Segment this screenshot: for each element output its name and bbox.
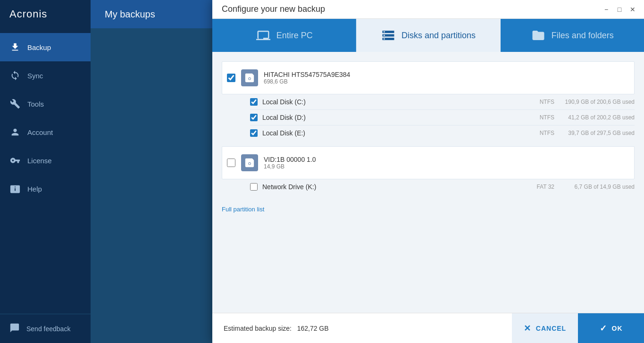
svg-rect-1 [246, 75, 253, 76]
partition-k-used: 6,7 GB of 14,9 GB used [559, 184, 635, 190]
main-title: My backups [105, 9, 155, 20]
partition-c-checkbox[interactable] [250, 98, 258, 106]
dialog-footer: Estimated backup size: 162,72 GB ✕ CANCE… [212, 313, 644, 343]
partition-e-name: Local Disk (E:) [262, 129, 521, 137]
disk-1-size: 698,6 GB [264, 78, 629, 85]
account-icon [9, 126, 21, 138]
svg-point-0 [249, 78, 251, 80]
partition-e-fs: NTFS [526, 130, 554, 136]
sidebar-item-license[interactable]: License [0, 146, 91, 175]
svg-point-2 [249, 163, 251, 165]
partition-c-name: Local Disk (C:) [262, 98, 521, 106]
send-feedback-button[interactable]: Send feedback [0, 314, 91, 343]
partition-k-checkbox[interactable] [250, 183, 258, 191]
sidebar: Acronis Backup Sync Tools [0, 0, 91, 343]
cancel-x-icon: ✕ [524, 323, 531, 334]
disk-2-header: VID:1B 00000 1.0 14,9 GB [222, 146, 635, 179]
disk-2-size: 14,9 GB [264, 163, 629, 170]
sidebar-item-help[interactable]: Help [0, 175, 91, 203]
send-feedback-label: Send feedback [26, 325, 70, 333]
dialog-body: HITACHI HTS547575A9E384 698,6 GB Local D… [212, 52, 644, 313]
minimize-button[interactable]: − [602, 5, 611, 14]
sidebar-nav: Backup Sync Tools Account [0, 28, 91, 314]
ok-button[interactable]: ✓ OK [578, 313, 644, 343]
maximize-button[interactable]: □ [615, 5, 624, 14]
partition-c-row: Local Disk (C:) NTFS 190,9 GB of 200,6 G… [250, 94, 635, 110]
partition-d-fs: NTFS [526, 114, 554, 121]
disk-2-name: VID:1B 00000 1.0 [264, 156, 629, 163]
tab-bar: Entire PC Disks and partitions Files and… [212, 19, 644, 52]
tools-icon [9, 98, 21, 109]
disk-1-name: HITACHI HTS547575A9E384 [264, 71, 629, 78]
disk-2-row: VID:1B 00000 1.0 14,9 GB [227, 150, 629, 176]
titlebar-buttons: − □ ✕ [602, 5, 637, 14]
license-icon [9, 155, 21, 166]
tab-disks-partitions-label: Disks and partitions [401, 31, 476, 41]
ok-check-icon: ✓ [600, 323, 607, 334]
close-button[interactable]: ✕ [628, 5, 637, 14]
cancel-label: CANCEL [536, 325, 566, 332]
disk-1-icon [241, 69, 258, 86]
sidebar-item-account-label: Account [27, 128, 53, 136]
partition-d-checkbox[interactable] [250, 114, 258, 121]
partition-k-name: Network Drive (K:) [262, 183, 521, 191]
sidebar-item-help-label: Help [27, 185, 42, 193]
partition-e-checkbox[interactable] [250, 129, 258, 137]
ok-label: OK [612, 325, 623, 332]
estimated-value: 162,72 GB [297, 325, 329, 332]
partition-e-used: 39,7 GB of 297,5 GB used [559, 130, 635, 136]
entire-pc-icon [256, 28, 271, 43]
disk-2-icon [241, 154, 258, 171]
sidebar-item-tools[interactable]: Tools [0, 90, 91, 118]
app-logo: Acronis [0, 0, 91, 28]
estimated-label: Estimated backup size: [224, 325, 292, 332]
dialog-title: Configure your new backup [222, 4, 325, 14]
disks-icon [381, 28, 396, 43]
svg-rect-3 [246, 159, 253, 161]
partition-d-name: Local Disk (D:) [262, 114, 521, 121]
disk-1-header: HITACHI HTS547575A9E384 698,6 GB [222, 61, 635, 94]
backup-icon [9, 42, 21, 53]
tab-disks-partitions[interactable]: Disks and partitions [356, 19, 500, 52]
tab-entire-pc[interactable]: Entire PC [212, 19, 356, 52]
tab-entire-pc-label: Entire PC [276, 31, 313, 41]
partition-c-used: 190,9 GB of 200,6 GB used [559, 99, 635, 105]
partition-k-row: Network Drive (K:) FAT 32 6,7 GB of 14,9… [250, 179, 635, 194]
disk-1-info: HITACHI HTS547575A9E384 698,6 GB [264, 71, 629, 85]
sidebar-item-account[interactable]: Account [0, 118, 91, 146]
disk-group-1: HITACHI HTS547575A9E384 698,6 GB Local D… [222, 61, 635, 141]
cancel-button[interactable]: ✕ CANCEL [512, 313, 578, 343]
sidebar-item-backup[interactable]: Backup [0, 33, 91, 61]
sidebar-item-backup-label: Backup [27, 43, 51, 51]
disk-2-info: VID:1B 00000 1.0 14,9 GB [264, 156, 629, 170]
partition-c-fs: NTFS [526, 99, 554, 105]
footer-buttons: ✕ CANCEL ✓ OK [512, 313, 644, 343]
dialog-titlebar: Configure your new backup − □ ✕ [212, 0, 644, 19]
sidebar-item-sync-label: Sync [27, 72, 43, 80]
partition-k-fs: FAT 32 [526, 184, 554, 190]
sidebar-item-tools-label: Tools [27, 100, 44, 108]
disk-1-checkbox[interactable] [227, 74, 235, 82]
partition-e-row: Local Disk (E:) NTFS 39,7 GB of 297,5 GB… [250, 125, 635, 141]
feedback-icon [9, 323, 20, 335]
tab-files-folders[interactable]: Files and folders [501, 19, 644, 52]
sidebar-item-license-label: License [27, 157, 52, 165]
full-partition-list-link[interactable]: Full partition list [222, 206, 264, 213]
help-icon [9, 183, 21, 194]
footer-info: Estimated backup size: 162,72 GB [212, 325, 512, 332]
sync-icon [9, 70, 21, 81]
disk-group-2: VID:1B 00000 1.0 14,9 GB Network Drive (… [222, 146, 635, 194]
partition-d-row: Local Disk (D:) NTFS 41,2 GB of 200,2 GB… [250, 110, 635, 125]
files-icon [531, 28, 546, 43]
dialog: Configure your new backup − □ ✕ Entire P… [212, 0, 644, 343]
partition-d-used: 41,2 GB of 200,2 GB used [559, 114, 635, 121]
disk-2-checkbox[interactable] [227, 159, 235, 167]
tab-files-folders-label: Files and folders [552, 31, 614, 41]
sidebar-item-sync[interactable]: Sync [0, 61, 91, 90]
disk-1-row: HITACHI HTS547575A9E384 698,6 GB [227, 65, 629, 91]
